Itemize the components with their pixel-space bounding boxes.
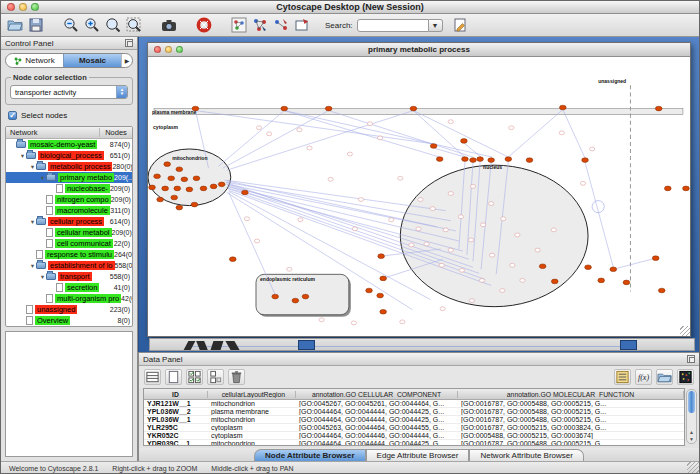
disclosure-triangle-icon[interactable]: ▼ — [39, 274, 46, 280]
tree-row-secretion[interactable]: secretion41(0) — [6, 282, 132, 293]
selected-network-node[interactable] — [462, 157, 469, 162]
selected-network-node[interactable] — [171, 195, 178, 200]
tab-network[interactable]: Network — [6, 54, 63, 67]
network-node[interactable] — [458, 215, 463, 219]
network-node[interactable] — [297, 128, 302, 132]
data-panel-float-icon[interactable] — [687, 355, 695, 363]
selected-network-node[interactable] — [377, 293, 384, 298]
network-canvas[interactable]: plasma membranecytoplasmmitochondrionnuc… — [148, 57, 690, 336]
disclosure-triangle-icon[interactable]: ▼ — [19, 153, 26, 159]
tree-row-nitrogen-compo[interactable]: nitrogen compo209(0) — [6, 194, 132, 205]
network-node[interactable] — [358, 198, 363, 202]
table-col-header[interactable]: annotation.GO MOLECULAR_FUNCTION — [458, 391, 684, 398]
network-node[interactable] — [266, 132, 271, 136]
disclosure-triangle-icon[interactable]: ▼ — [29, 263, 36, 269]
delete-attribute-icon[interactable] — [228, 369, 245, 385]
network-node[interactable] — [520, 278, 525, 282]
network-node[interactable] — [319, 318, 324, 322]
selected-network-node[interactable] — [623, 280, 630, 285]
network-node[interactable] — [470, 184, 475, 188]
network-edge[interactable] — [613, 258, 655, 269]
tree-row-nucleobase-[interactable]: nucleobase-209(0) — [6, 183, 132, 194]
network-node[interactable] — [287, 267, 292, 271]
selected-network-node[interactable] — [658, 288, 665, 293]
window-titlebar[interactable]: Cytoscape Desktop (New Session) — [1, 1, 699, 14]
selected-network-node[interactable] — [664, 186, 671, 191]
attribute-list-icon[interactable] — [614, 369, 631, 385]
annotation-icon[interactable] — [293, 17, 311, 34]
network-node[interactable] — [500, 289, 505, 293]
selected-network-node[interactable] — [477, 157, 484, 162]
tree-row-response-to-stimulu[interactable]: response to stimulu264(0) — [6, 249, 132, 260]
table-row[interactable]: YPL036W__2plasma membrane[GO:0044464, GO… — [144, 408, 684, 416]
background-windows-strip[interactable] — [149, 338, 695, 351]
selected-network-node[interactable] — [526, 158, 533, 163]
save-icon[interactable] — [27, 17, 45, 34]
network-node[interactable] — [378, 136, 383, 140]
table-row[interactable]: YDR039C__1mitochondrion[GO:0044464, GO:0… — [144, 440, 684, 446]
selected-network-node[interactable] — [272, 294, 279, 299]
selected-network-node[interactable] — [551, 279, 558, 284]
network-node[interactable] — [347, 152, 352, 156]
table-row[interactable]: YLR295Ccytoplasm[GO:0045263, GO:0044464,… — [144, 424, 684, 432]
tree-row-transport[interactable]: ▼transport558(0) — [6, 271, 132, 282]
selected-network-node[interactable] — [559, 105, 566, 110]
selected-network-node[interactable] — [652, 256, 659, 261]
float-panel-icon[interactable] — [125, 39, 133, 47]
network-edge[interactable] — [329, 111, 473, 157]
tree-row-cellular-metabol[interactable]: cellular metabol209(0) — [6, 227, 132, 238]
selected-network-node[interactable] — [193, 176, 200, 181]
tree-row-macromolecule[interactable]: macromolecule311(0) — [6, 205, 132, 216]
plasma-membrane-region[interactable] — [154, 109, 683, 115]
network-node[interactable] — [398, 176, 403, 180]
selected-network-node[interactable] — [218, 182, 225, 187]
selected-network-node[interactable] — [200, 186, 207, 191]
selected-network-node[interactable] — [598, 278, 605, 283]
selected-network-node[interactable] — [181, 177, 188, 182]
edit-nodes-icon[interactable] — [251, 17, 269, 34]
network-node[interactable] — [515, 233, 520, 237]
network-node[interactable] — [580, 181, 585, 185]
attribute-table-icon[interactable] — [144, 369, 161, 385]
table-row[interactable]: YKR052Ccytoplasm[GO:0044464, GO:0044446,… — [144, 432, 684, 440]
network-node[interactable] — [351, 321, 356, 325]
view-resize-grip[interactable] — [680, 326, 690, 336]
tree-row-metabolic-process[interactable]: ▼metabolic process280(0) — [6, 161, 132, 172]
network-node[interactable] — [352, 227, 357, 231]
disclosure-triangle-icon[interactable]: ▼ — [39, 175, 46, 181]
node-color-dropdown[interactable]: transporter activity ▲▼ — [10, 85, 128, 99]
network-node[interactable] — [469, 299, 474, 303]
import-attributes-icon[interactable] — [656, 369, 673, 385]
edit-edges-icon[interactable] — [272, 17, 290, 34]
network-edge[interactable] — [227, 180, 446, 210]
network-node[interactable] — [416, 227, 421, 231]
selected-network-node[interactable] — [380, 309, 387, 314]
network-node[interactable] — [439, 263, 444, 267]
tree-col-network[interactable]: Network — [6, 128, 100, 137]
birdseye-view[interactable] — [5, 331, 133, 457]
selected-network-node[interactable] — [378, 254, 385, 259]
network-node[interactable] — [510, 263, 515, 267]
tree-row-establishment-of-lo[interactable]: ▼establishment of lo558(0) — [6, 260, 132, 271]
network-node[interactable] — [443, 228, 448, 232]
network-edge[interactable] — [413, 111, 464, 157]
network-node[interactable] — [424, 242, 429, 246]
network-node[interactable] — [468, 238, 473, 242]
selected-network-node[interactable] — [366, 288, 373, 293]
scrollbar-thumb[interactable] — [688, 391, 695, 413]
network-node[interactable] — [328, 177, 333, 181]
data-table-scrollbar[interactable]: ▲▼ — [686, 389, 697, 444]
selected-network-node[interactable] — [488, 158, 495, 163]
table-row[interactable]: YPL036W__1mitochondrion[GO:0044464, GO:0… — [144, 416, 684, 424]
network-node[interactable] — [559, 131, 564, 135]
network-node[interactable] — [367, 122, 372, 126]
network-edge[interactable] — [508, 110, 563, 158]
table-col-header[interactable]: ID — [144, 391, 208, 398]
selected-network-node[interactable] — [430, 144, 437, 149]
selected-network-node[interactable] — [157, 197, 164, 202]
snapshot-camera-icon[interactable] — [160, 17, 178, 34]
network-node[interactable] — [479, 278, 484, 282]
selected-network-node[interactable] — [191, 202, 198, 207]
selected-network-node[interactable] — [582, 158, 589, 163]
selected-network-node[interactable] — [683, 186, 690, 191]
